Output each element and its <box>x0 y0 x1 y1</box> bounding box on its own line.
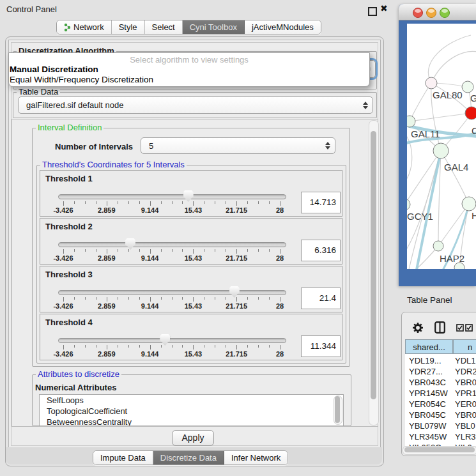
close-icon[interactable]: ✖ <box>380 3 388 13</box>
slider-tick <box>128 297 129 300</box>
table-row[interactable]: YPR145WYPR1 <box>405 388 476 399</box>
slider-tick <box>247 345 248 348</box>
threshold-slider-thumb[interactable] <box>183 190 194 202</box>
network-canvas[interactable]: GAL80GCGAL11GAL4GCY1HHAP2 <box>407 24 476 269</box>
table-row[interactable]: YBR043CYBR0 <box>405 377 476 388</box>
attribute-item-selfloops[interactable]: SelfLoops <box>40 395 343 406</box>
column-header-shared-[interactable]: shared... <box>405 339 453 354</box>
threshold-label: Threshold 3 <box>45 270 93 279</box>
popup-option-equal-width-frequency-discretization[interactable]: Equal Width/Frequency Discretization <box>9 75 369 85</box>
cell-name[interactable]: YBR0 <box>455 377 476 388</box>
threshold-slider-track[interactable] <box>58 242 286 247</box>
network-window-titlebar[interactable] <box>399 4 476 20</box>
cell-name[interactable]: YBL0 <box>455 420 475 431</box>
node-node-right[interactable] <box>462 197 476 211</box>
node-selected-node[interactable] <box>465 107 476 119</box>
gear-icon[interactable] <box>412 322 424 334</box>
cell-name[interactable]: YPR1 <box>455 388 476 399</box>
table-data-combobox[interactable]: galFiltered.sif default node <box>18 96 373 114</box>
threshold-value-field[interactable]: 11.344 <box>301 335 341 357</box>
tab-jactivemnodules[interactable]: jActiveMNodules <box>245 20 321 34</box>
slider-tick <box>85 297 86 300</box>
table-row[interactable]: YDL19...YDL1 <box>405 355 476 366</box>
table-row[interactable]: YBR045CYBR0 <box>405 410 476 420</box>
close-traffic-light[interactable] <box>413 8 423 18</box>
slider-tick <box>280 249 280 254</box>
threshold-slider-track[interactable] <box>58 290 286 295</box>
cell-shared-name[interactable]: YBL079W <box>409 420 447 431</box>
column-header-n[interactable]: n <box>453 339 476 354</box>
tab-cyni-toolbox[interactable]: Cyni Toolbox <box>183 20 245 34</box>
threshold-value-field[interactable]: 14.713 <box>301 192 341 213</box>
attribute-item-topologicalcoefficient[interactable]: TopologicalCoefficient <box>40 406 343 417</box>
table-row[interactable]: YER054CYER0 <box>405 399 476 410</box>
node-label-gal4: GAL4 <box>444 162 468 173</box>
attributes-scrollbar-thumb[interactable] <box>335 396 340 423</box>
tick-label: 15.43 <box>179 350 207 358</box>
tick-label: -3.426 <box>49 254 77 262</box>
node-gal4[interactable] <box>433 143 449 158</box>
number-of-intervals-combobox[interactable]: 5 <box>141 137 335 154</box>
apply-button[interactable]: Apply <box>172 430 214 446</box>
threshold-slider-thumb[interactable] <box>229 286 240 298</box>
tab-impute-data[interactable]: Impute Data <box>93 451 153 464</box>
slider-tick <box>280 345 280 349</box>
cell-shared-name[interactable]: YBR045C <box>409 410 446 420</box>
slider-tick <box>204 249 204 252</box>
node-gcy1[interactable] <box>407 199 410 210</box>
checkbox-checked-icon[interactable] <box>456 324 464 332</box>
numerical-attributes-list: SelfLoopsTopologicalCoefficientBetweenne… <box>39 394 344 426</box>
tab-label: Style <box>119 22 137 32</box>
cell-name[interactable]: YLR3 <box>455 431 476 442</box>
checkbox-checked-icon[interactable] <box>465 324 473 332</box>
node-hap2[interactable] <box>433 241 443 251</box>
threshold-value-field[interactable]: 6.316 <box>301 240 341 261</box>
cell-shared-name[interactable]: YBR043C <box>409 377 446 388</box>
threshold-slider-thumb[interactable] <box>125 238 135 250</box>
node-table[interactable]: shared...nYDL19...YDL1YDR27...YDR2YBR043… <box>405 339 476 446</box>
slider-tick <box>236 297 237 302</box>
cell-name[interactable]: YDR2 <box>455 366 476 377</box>
tab-discretize-data[interactable]: Discretize Data <box>153 451 224 464</box>
cell-shared-name[interactable]: YPR145W <box>409 388 448 399</box>
cell-shared-name[interactable]: YER054C <box>409 399 446 410</box>
cell-shared-name[interactable]: YDL19... <box>409 355 441 366</box>
popup-options: Manual DiscretizationEqual Width/Frequen… <box>9 65 369 85</box>
node-gal80[interactable] <box>426 77 437 89</box>
table-hscrollbar-thumb[interactable] <box>404 447 475 452</box>
tick-label: 28 <box>266 302 294 310</box>
threshold-slider-track[interactable] <box>58 338 286 343</box>
slider-tick <box>74 249 75 252</box>
float-window-icon[interactable] <box>368 7 377 16</box>
tab-infer-network[interactable]: Infer Network <box>224 451 288 464</box>
attribute-item-betweennesscentrality[interactable]: BetweennessCentrality <box>40 417 343 426</box>
table-row[interactable]: YBL079WYBL0 <box>405 420 476 431</box>
threshold-slider-track[interactable] <box>58 194 286 199</box>
tab-network[interactable]: Network <box>57 20 112 34</box>
tick-label: -3.426 <box>49 350 77 358</box>
node-gal11[interactable] <box>407 116 415 127</box>
cell-shared-name[interactable]: YDR27... <box>409 366 443 377</box>
node-node-top-right[interactable] <box>462 81 473 93</box>
cell-name[interactable]: YER0 <box>455 399 476 410</box>
cell-shared-name[interactable]: YLR345W <box>409 431 447 442</box>
split-columns-icon[interactable] <box>434 321 445 334</box>
main-scrollbar-thumb[interactable] <box>371 131 376 399</box>
combo-stepper-icon <box>321 142 335 150</box>
table-row[interactable]: YLR345WYLR3 <box>405 431 476 442</box>
threshold-value-field[interactable]: 21.4 <box>301 288 341 309</box>
zoom-traffic-light[interactable] <box>440 8 450 18</box>
tab-style[interactable]: Style <box>112 20 145 34</box>
slider-tick <box>204 201 204 204</box>
node-label-h: H <box>472 210 476 221</box>
cell-name[interactable]: YDL1 <box>455 355 476 366</box>
cell-name[interactable]: YBR0 <box>455 410 476 420</box>
table-row[interactable]: YDR27...YDR2 <box>405 366 476 377</box>
popup-option-manual-discretization[interactable]: Manual Discretization <box>9 65 369 75</box>
threshold-slider-thumb[interactable] <box>160 334 170 346</box>
tab-select[interactable]: Select <box>145 20 183 34</box>
threshold-label: Threshold 1 <box>45 174 93 183</box>
minimize-traffic-light[interactable] <box>426 8 436 18</box>
slider-tick <box>226 297 226 300</box>
slider-tick <box>107 201 107 206</box>
